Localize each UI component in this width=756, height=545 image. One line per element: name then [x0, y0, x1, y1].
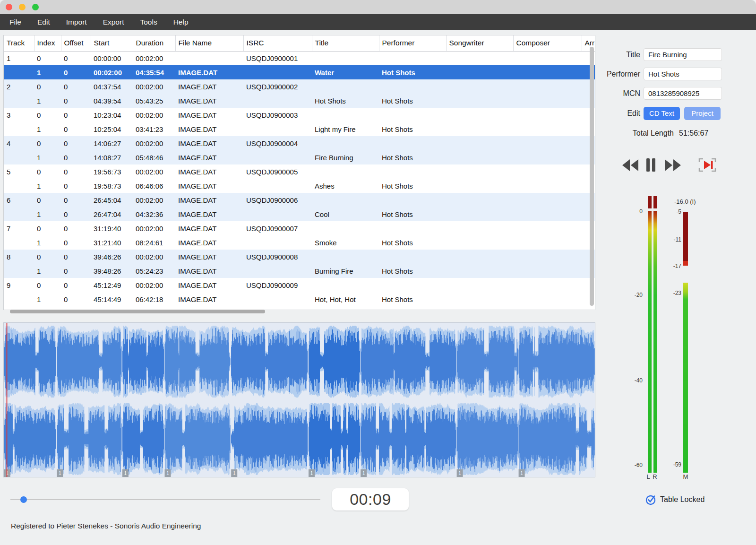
menu-help[interactable]: Help — [173, 18, 189, 26]
cell-title[interactable]: Light my Fire — [312, 122, 379, 136]
cell-file-name[interactable]: IMAGE.DAT — [175, 264, 243, 278]
track-marker[interactable]: 1 — [309, 469, 315, 477]
cell-file-name[interactable] — [175, 51, 243, 65]
cell-track[interactable] — [4, 264, 34, 278]
cell-performer[interactable] — [379, 51, 446, 65]
cell-index[interactable]: 1 — [34, 207, 61, 221]
cell-composer[interactable] — [513, 278, 582, 292]
table-row[interactable]: 20004:37:5400:02:00IMAGE.DATUSQDJ0900002 — [4, 79, 595, 94]
cell-isrc[interactable]: USQDJ0900007 — [243, 221, 312, 235]
cell-track[interactable]: 2 — [4, 79, 34, 94]
cell-start[interactable]: 04:37:54 — [91, 79, 133, 94]
cell-start[interactable]: 31:19:40 — [91, 221, 133, 235]
table-row[interactable]: 1004:39:5405:43:25IMAGE.DATHot ShotsHot … — [4, 94, 595, 108]
table-row[interactable]: 30010:23:0400:02:00IMAGE.DATUSQDJ0900003 — [4, 108, 595, 122]
performer-input[interactable] — [644, 68, 722, 80]
cell-composer[interactable] — [513, 292, 582, 306]
cell-isrc[interactable] — [243, 122, 312, 136]
cell-performer[interactable]: Hot Shots — [379, 122, 446, 136]
column-header-duration[interactable]: Duration — [133, 35, 175, 51]
cell-track[interactable] — [4, 122, 34, 136]
cell-duration[interactable]: 08:24:61 — [133, 235, 175, 250]
cell-composer[interactable] — [513, 250, 582, 264]
cell-songwriter[interactable] — [446, 65, 513, 79]
cell-title[interactable] — [312, 278, 379, 292]
cell-composer[interactable] — [513, 179, 582, 193]
cell-offset[interactable]: 0 — [61, 122, 91, 136]
cell-start[interactable]: 26:47:04 — [91, 207, 133, 221]
cell-songwriter[interactable] — [446, 164, 513, 179]
cell-performer[interactable] — [379, 193, 446, 207]
cell-performer[interactable] — [379, 164, 446, 179]
cell-index[interactable]: 1 — [34, 179, 61, 193]
cell-title[interactable] — [312, 108, 379, 122]
cell-track[interactable]: 8 — [4, 250, 34, 264]
cell-index[interactable]: 0 — [34, 136, 61, 150]
cell-duration[interactable]: 06:46:06 — [133, 179, 175, 193]
cell-composer[interactable] — [513, 193, 582, 207]
table-row[interactable]: 1026:47:0404:32:36IMAGE.DATCoolHot Shots — [4, 207, 595, 221]
cell-composer[interactable] — [513, 94, 582, 108]
cell-title[interactable]: Hot, Hot, Hot — [312, 292, 379, 306]
cell-composer[interactable] — [513, 136, 582, 150]
track-marker[interactable]: 1 — [519, 469, 525, 477]
cell-duration[interactable]: 05:24:23 — [133, 264, 175, 278]
title-input[interactable] — [644, 48, 722, 61]
cell-performer[interactable]: Hot Shots — [379, 150, 446, 164]
track-marker[interactable]: 1 — [165, 469, 171, 477]
menu-export[interactable]: Export — [103, 18, 124, 26]
cell-isrc[interactable] — [243, 179, 312, 193]
cell-track[interactable]: 7 — [4, 221, 34, 235]
cell-file-name[interactable]: IMAGE.DAT — [175, 193, 243, 207]
cell-title[interactable] — [312, 250, 379, 264]
cell-title[interactable]: Burning Fire — [312, 264, 379, 278]
cell-start[interactable]: 45:12:49 — [91, 278, 133, 292]
close-button[interactable] — [6, 4, 12, 10]
horizontal-scrollbar[interactable] — [10, 310, 265, 313]
cell-songwriter[interactable] — [446, 150, 513, 164]
cell-offset[interactable]: 0 — [61, 79, 91, 94]
cell-title[interactable]: Cool — [312, 207, 379, 221]
cell-title[interactable]: Water — [312, 65, 379, 79]
fast-forward-button[interactable] — [664, 159, 681, 172]
cell-file-name[interactable]: IMAGE.DAT — [175, 235, 243, 250]
cell-start[interactable]: 00:02:00 — [91, 65, 133, 79]
cell-songwriter[interactable] — [446, 51, 513, 65]
table-row[interactable]: 1014:08:2705:48:46IMAGE.DATFire BurningH… — [4, 150, 595, 164]
table-row[interactable]: 80039:46:2600:02:00IMAGE.DATUSQDJ0900008 — [4, 250, 595, 264]
cell-track[interactable] — [4, 150, 34, 164]
cell-index[interactable]: 0 — [34, 108, 61, 122]
table-row[interactable]: 70031:19:4000:02:00IMAGE.DATUSQDJ0900007 — [4, 221, 595, 235]
menu-tools[interactable]: Tools — [140, 18, 157, 26]
cell-file-name[interactable]: IMAGE.DAT — [175, 207, 243, 221]
project-button[interactable]: Project — [684, 107, 721, 120]
cell-isrc[interactable]: USQDJ0900008 — [243, 250, 312, 264]
cell-isrc[interactable]: USQDJ0900009 — [243, 278, 312, 292]
cell-title[interactable] — [312, 136, 379, 150]
cell-duration[interactable]: 00:02:00 — [133, 278, 175, 292]
cell-performer[interactable]: Hot Shots — [379, 207, 446, 221]
cell-index[interactable]: 1 — [34, 94, 61, 108]
cell-title[interactable]: Fire Burning — [312, 150, 379, 164]
cell-isrc[interactable] — [243, 264, 312, 278]
cell-offset[interactable]: 0 — [61, 136, 91, 150]
cell-offset[interactable]: 0 — [61, 150, 91, 164]
cell-track[interactable]: 1 — [4, 51, 34, 65]
track-marker[interactable]: 1 — [122, 469, 129, 477]
cell-index[interactable]: 1 — [34, 235, 61, 250]
cell-isrc[interactable] — [243, 292, 312, 306]
column-header-offset[interactable]: Offset — [61, 35, 91, 51]
cell-start[interactable]: 14:08:27 — [91, 150, 133, 164]
cell-duration[interactable]: 03:41:23 — [133, 122, 175, 136]
table-row[interactable]: 40014:06:2700:02:00IMAGE.DATUSQDJ0900004 — [4, 136, 595, 150]
cell-track[interactable] — [4, 94, 34, 108]
cell-performer[interactable]: Hot Shots — [379, 94, 446, 108]
cell-isrc[interactable]: USQDJ0900003 — [243, 108, 312, 122]
cell-performer[interactable] — [379, 221, 446, 235]
cell-offset[interactable]: 0 — [61, 264, 91, 278]
seek-slider[interactable] — [10, 499, 320, 500]
cell-index[interactable]: 0 — [34, 51, 61, 65]
cell-index[interactable]: 0 — [34, 221, 61, 235]
column-header-isrc[interactable]: ISRC — [243, 35, 312, 51]
cell-duration[interactable]: 00:02:00 — [133, 136, 175, 150]
